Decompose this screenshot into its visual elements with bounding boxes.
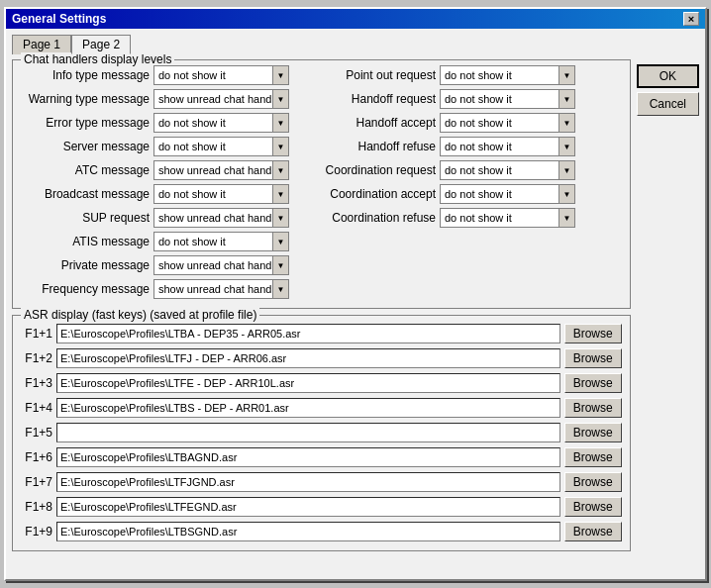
browse-button-3[interactable]: Browse <box>564 398 622 418</box>
asr-row-4: F1+5Browse <box>21 422 622 443</box>
select-left-9[interactable]: do not show itshow unread chat handlersh… <box>156 283 286 295</box>
dropdown-left-9[interactable]: do not show itshow unread chat handlersh… <box>153 279 289 299</box>
left-column: Info type messagedo not show itshow unre… <box>21 64 289 300</box>
side-buttons: OK Cancel <box>637 35 699 573</box>
select-right-0[interactable]: do not show itshow unread chat handlersh… <box>443 69 572 81</box>
asr-display-group: ASR display (fast keys) (saved at profil… <box>12 315 631 551</box>
asr-input-6[interactable] <box>56 472 560 492</box>
row-label: Error type message <box>21 116 150 130</box>
tab-page1[interactable]: Page 1 <box>12 35 71 54</box>
dropdown-right-6[interactable]: do not show itshow unread chat handlersh… <box>440 208 575 228</box>
asr-row-5: F1+6Browse <box>21 446 622 468</box>
asr-row-6: F1+7Browse <box>21 471 622 493</box>
dropdown-left-7[interactable]: do not show itshow unread chat handlersh… <box>153 232 289 251</box>
tab-page2[interactable]: Page 2 <box>71 35 131 54</box>
dropdown-right-5[interactable]: do not show itshow unread chat handlersh… <box>440 184 575 204</box>
asr-input-8[interactable] <box>56 522 560 541</box>
asr-input-2[interactable] <box>56 373 560 393</box>
browse-button-5[interactable]: Browse <box>564 447 622 467</box>
select-left-3[interactable]: do not show itshow unread chat handlersh… <box>156 141 286 152</box>
select-left-2[interactable]: do not show itshow unread chat handlersh… <box>156 117 286 129</box>
select-right-3[interactable]: do not show itshow unread chat handlersh… <box>443 141 572 152</box>
browse-button-0[interactable]: Browse <box>564 324 622 343</box>
row-label: ATIS message <box>21 235 150 248</box>
asr-key-label: F1+6 <box>21 450 52 464</box>
row-label: ATC message <box>21 163 150 177</box>
row-label: Server message <box>21 140 150 153</box>
main-content: Page 1 Page 2 Chat handlers display leve… <box>12 35 631 573</box>
close-button[interactable]: × <box>683 12 699 26</box>
select-right-5[interactable]: do not show itshow unread chat handlersh… <box>443 188 572 200</box>
row-label: Handoff accept <box>297 116 436 130</box>
title-bar: General Settings × <box>6 9 705 29</box>
select-left-0[interactable]: do not show itshow unread chat handlersh… <box>156 69 286 81</box>
right-column: Point out requestdo not show itshow unre… <box>297 64 575 300</box>
select-left-8[interactable]: do not show itshow unread chat handlersh… <box>156 259 286 271</box>
browse-button-1[interactable]: Browse <box>564 348 622 368</box>
browse-button-6[interactable]: Browse <box>564 472 622 492</box>
dropdown-right-3[interactable]: do not show itshow unread chat handlersh… <box>440 137 575 156</box>
left-row: Server messagedo not show itshow unread … <box>21 136 289 157</box>
select-right-6[interactable]: do not show itshow unread chat handlersh… <box>443 212 572 224</box>
dropdown-left-3[interactable]: do not show itshow unread chat handlersh… <box>153 137 289 156</box>
right-row: Handoff acceptdo not show itshow unread … <box>297 112 575 134</box>
asr-input-3[interactable] <box>56 398 560 418</box>
select-right-2[interactable]: do not show itshow unread chat handlersh… <box>443 117 572 129</box>
left-row: SUP requestdo not show itshow unread cha… <box>21 207 289 229</box>
select-left-5[interactable]: do not show itshow unread chat handlersh… <box>156 188 286 200</box>
dropdown-left-6[interactable]: do not show itshow unread chat handlersh… <box>153 208 289 228</box>
left-row: Private messagedo not show itshow unread… <box>21 254 289 276</box>
asr-input-5[interactable] <box>56 447 560 467</box>
select-right-1[interactable]: do not show itshow unread chat handlersh… <box>443 93 572 105</box>
left-row: Broadcast messagedo not show itshow unre… <box>21 183 289 205</box>
right-row: Point out requestdo not show itshow unre… <box>297 64 575 86</box>
right-row: Coordination refusedo not show itshow un… <box>297 207 575 229</box>
row-label: Handoff refuse <box>297 140 436 153</box>
dropdown-left-8[interactable]: do not show itshow unread chat handlersh… <box>153 255 289 275</box>
dropdown-right-2[interactable]: do not show itshow unread chat handlersh… <box>440 113 575 133</box>
asr-input-7[interactable] <box>56 497 560 517</box>
asr-key-label: F1+3 <box>21 376 52 390</box>
left-row: Frequency messagedo not show itshow unre… <box>21 278 289 300</box>
dropdown-right-0[interactable]: do not show itshow unread chat handlersh… <box>440 65 575 85</box>
asr-key-label: F1+7 <box>21 475 52 489</box>
dropdown-left-1[interactable]: do not show itshow unread chat handlersh… <box>153 89 289 109</box>
asr-title: ASR display (fast keys) (saved at profil… <box>21 308 259 322</box>
cancel-button[interactable]: Cancel <box>637 92 699 116</box>
general-settings-dialog: General Settings × Page 1 Page 2 Chat ha… <box>4 7 707 581</box>
select-left-7[interactable]: do not show itshow unread chat handlersh… <box>156 236 286 247</box>
dropdown-left-4[interactable]: do not show itshow unread chat handlersh… <box>153 160 289 180</box>
asr-key-label: F1+9 <box>21 525 52 539</box>
select-left-1[interactable]: do not show itshow unread chat handlersh… <box>156 93 286 105</box>
asr-input-4[interactable] <box>56 423 560 442</box>
select-left-4[interactable]: do not show itshow unread chat handlersh… <box>156 164 286 176</box>
select-left-6[interactable]: do not show itshow unread chat handlersh… <box>156 212 286 224</box>
left-row: Error type messagedo not show itshow unr… <box>21 112 289 134</box>
browse-button-2[interactable]: Browse <box>564 373 622 393</box>
row-label: Warning type message <box>21 92 150 106</box>
browse-button-7[interactable]: Browse <box>564 497 622 517</box>
asr-row-8: F1+9Browse <box>21 521 622 542</box>
right-row: Coordination requestdo not show itshow u… <box>297 159 575 181</box>
dialog-title: General Settings <box>12 12 106 26</box>
dropdown-left-2[interactable]: do not show itshow unread chat handlersh… <box>153 113 289 133</box>
asr-key-label: F1+5 <box>21 426 52 440</box>
row-label: Broadcast message <box>21 187 150 201</box>
asr-input-0[interactable] <box>56 324 560 343</box>
chat-handlers-columns: Info type messagedo not show itshow unre… <box>21 64 622 300</box>
dropdown-right-4[interactable]: do not show itshow unread chat handlersh… <box>440 160 575 180</box>
select-right-4[interactable]: do not show itshow unread chat handlersh… <box>443 164 572 176</box>
browse-button-8[interactable]: Browse <box>564 522 622 541</box>
asr-row-7: F1+8Browse <box>21 496 622 518</box>
dropdown-left-5[interactable]: do not show itshow unread chat handlersh… <box>153 184 289 204</box>
row-label: Handoff request <box>297 92 436 106</box>
left-row: ATC messagedo not show itshow unread cha… <box>21 159 289 181</box>
ok-button[interactable]: OK <box>637 64 699 88</box>
left-row: Warning type messagedo not show itshow u… <box>21 88 289 110</box>
dropdown-right-1[interactable]: do not show itshow unread chat handlersh… <box>440 89 575 109</box>
dropdown-left-0[interactable]: do not show itshow unread chat handlersh… <box>153 65 289 85</box>
asr-input-1[interactable] <box>56 348 560 368</box>
row-label: Coordination accept <box>297 187 436 201</box>
browse-button-4[interactable]: Browse <box>564 423 622 442</box>
dialog-body: Page 1 Page 2 Chat handlers display leve… <box>6 29 705 579</box>
